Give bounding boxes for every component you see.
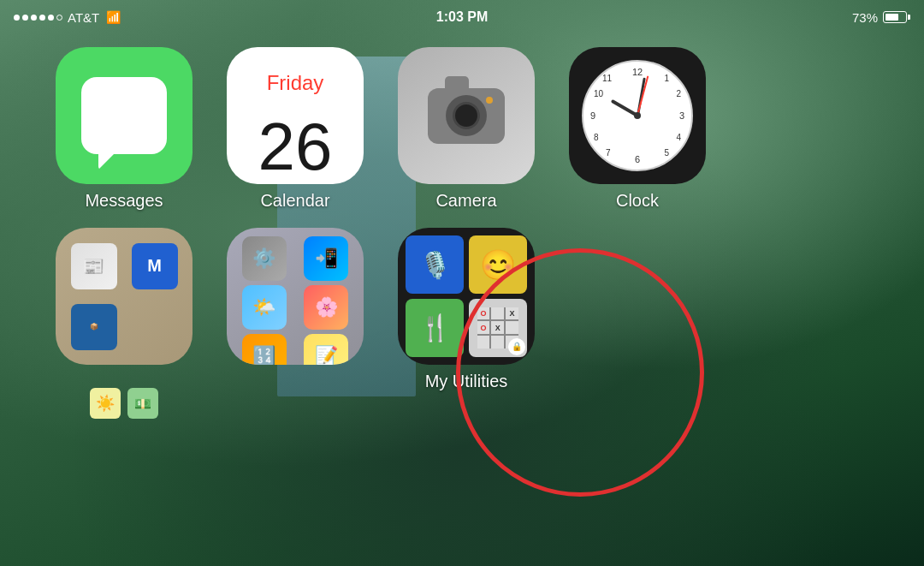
ttt-x2: X bbox=[491, 321, 504, 334]
messages-icon[interactable] bbox=[56, 47, 192, 184]
camera-flash bbox=[486, 97, 493, 104]
clock-num-8: 8 bbox=[594, 133, 599, 142]
calendar-label: Calendar bbox=[260, 191, 329, 211]
util-fork-cell: 🍴 bbox=[406, 299, 464, 357]
app-clock[interactable]: 12 3 6 9 1 2 4 5 7 8 10 11 Clock bbox=[556, 47, 719, 211]
sf-notes-icon: 📝 bbox=[304, 334, 348, 365]
ttt-e4 bbox=[491, 336, 504, 349]
sf-settings-icon: ⚙️ bbox=[242, 236, 287, 281]
ttt-e2 bbox=[506, 321, 518, 334]
clock-center-dot bbox=[634, 112, 641, 119]
utilities-icon[interactable]: 🎙️ 😊 🍴 O X O X bbox=[398, 228, 535, 365]
app-my-utilities[interactable]: 🎙️ 😊 🍴 O X O X bbox=[385, 228, 548, 397]
clock-num-7: 7 bbox=[606, 148, 611, 158]
clock-num-2: 2 bbox=[676, 89, 681, 98]
smiley-icon: 😊 bbox=[480, 247, 516, 282]
battery-body bbox=[883, 11, 907, 23]
time-display: 1:03 PM bbox=[436, 9, 488, 25]
signal-strength bbox=[14, 15, 62, 21]
camera-icon[interactable] bbox=[398, 47, 535, 184]
util-ttt-cell: O X O X 🔒 bbox=[469, 299, 527, 357]
ttt-e1 bbox=[491, 307, 504, 320]
folder-mini-1: 📰 bbox=[71, 243, 117, 289]
camera-label: Camera bbox=[435, 191, 496, 211]
signal-dot-6 bbox=[56, 15, 62, 21]
battery-percentage: 73% bbox=[852, 10, 878, 25]
lock-badge: 🔒 bbox=[508, 338, 525, 355]
util-mic-cell: 🎙️ bbox=[406, 235, 464, 294]
battery-fill bbox=[886, 14, 898, 21]
sf-weather-icon: 🌤️ bbox=[242, 285, 287, 330]
clock-face: 12 3 6 9 1 2 4 5 7 8 10 11 bbox=[582, 60, 693, 171]
ttt-e3 bbox=[477, 336, 490, 349]
signal-dot-2 bbox=[22, 15, 28, 21]
camera-body bbox=[428, 88, 505, 144]
app-folder1[interactable]: 📰 M 📦 ☀️ 💵 bbox=[43, 228, 205, 397]
status-left: AT&T 📶 bbox=[14, 10, 121, 25]
camera-lens-inner bbox=[453, 102, 480, 129]
signal-dot-5 bbox=[48, 15, 54, 21]
ttt-o2: O bbox=[477, 321, 490, 334]
clock-num-3: 3 bbox=[679, 110, 684, 121]
wifi-icon: 📶 bbox=[106, 10, 121, 24]
sf-appstore-icon: 📲 bbox=[304, 236, 348, 281]
camera-lens-outer bbox=[446, 95, 487, 136]
sf-calc-icon: 🔢 bbox=[242, 334, 287, 365]
ttt-o1: O bbox=[477, 307, 490, 320]
calendar-icon[interactable]: Friday 26 bbox=[227, 47, 364, 184]
carrier-label: AT&T bbox=[68, 10, 99, 25]
folder-dock-sun: ☀️ bbox=[90, 388, 121, 419]
folder1-icon[interactable]: 📰 M 📦 bbox=[56, 228, 192, 365]
folder-mini-3: 📦 bbox=[71, 304, 117, 350]
app-camera[interactable]: Camera bbox=[385, 47, 548, 211]
clock-num-5: 5 bbox=[664, 148, 669, 158]
clock-num-9: 9 bbox=[590, 110, 595, 121]
clock-num-11: 11 bbox=[602, 74, 612, 83]
camera-bump bbox=[445, 76, 469, 90]
app-messages[interactable]: Messages bbox=[43, 47, 205, 211]
fork-icon: 🍴 bbox=[419, 313, 451, 343]
folder-mini-empty bbox=[132, 304, 178, 350]
clock-num-6: 6 bbox=[635, 154, 640, 164]
settings-folder-icon[interactable]: ⚙️ 📲 🌤️ 🌸 🔢 📝 📦 V bbox=[227, 228, 364, 365]
calendar-date: 26 bbox=[258, 113, 333, 180]
ttt-x1: X bbox=[506, 307, 518, 320]
app-settings-folder[interactable]: ⚙️ 📲 🌤️ 🌸 🔢 📝 📦 V bbox=[214, 228, 376, 397]
battery-icon bbox=[883, 11, 910, 23]
signal-dot-1 bbox=[14, 15, 20, 21]
status-right: 73% bbox=[852, 10, 910, 25]
clock-num-1: 1 bbox=[664, 74, 669, 83]
sf-photos-icon: 🌸 bbox=[304, 285, 348, 330]
folder-dock-money: 💵 bbox=[127, 388, 158, 419]
utilities-label: My Utilities bbox=[425, 372, 508, 391]
signal-dot-3 bbox=[31, 15, 37, 21]
folder-mini-2: M bbox=[132, 243, 178, 289]
messages-label: Messages bbox=[85, 191, 163, 211]
clock-icon[interactable]: 12 3 6 9 1 2 4 5 7 8 10 11 bbox=[569, 47, 706, 184]
app-grid: Messages Friday 26 Calendar Camera 12 bbox=[43, 47, 719, 397]
calendar-day: Friday bbox=[267, 71, 324, 95]
status-bar: AT&T 📶 1:03 PM 73% bbox=[0, 0, 924, 34]
util-smiley-cell: 😊 bbox=[469, 235, 527, 294]
app-calendar[interactable]: Friday 26 Calendar bbox=[214, 47, 376, 211]
messages-bubble bbox=[81, 77, 167, 154]
signal-dot-4 bbox=[39, 15, 45, 21]
battery-tip bbox=[908, 15, 910, 20]
clock-label: Clock bbox=[616, 191, 659, 211]
clock-num-12: 12 bbox=[632, 67, 643, 77]
mic-icon: 🎙️ bbox=[419, 250, 451, 280]
clock-num-10: 10 bbox=[594, 89, 603, 98]
clock-num-4: 4 bbox=[676, 133, 681, 142]
